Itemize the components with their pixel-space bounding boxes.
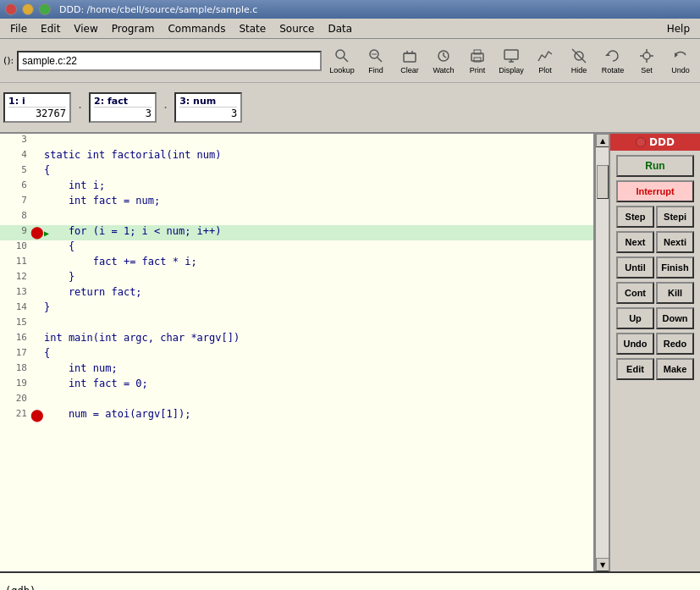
- ddd-row-step: Step Stepi: [613, 204, 697, 229]
- code-line-16: 16 int main(int argc, char *argv[]): [0, 332, 593, 347]
- expression-input[interactable]: [17, 51, 322, 71]
- menu-program[interactable]: Program: [105, 21, 162, 36]
- until-button[interactable]: Until: [616, 256, 654, 278]
- stepi-button[interactable]: Stepi: [656, 206, 694, 228]
- ddd-row-undoredo: Undo Redo: [613, 331, 697, 356]
- menu-state[interactable]: State: [232, 21, 273, 36]
- code-area[interactable]: 3 4 static int factorial(int num) 5 { 6 …: [0, 134, 595, 571]
- code-line-15: 15: [0, 317, 593, 332]
- watch-area: 1: i 32767 · 2: fact 3 · 3: num 3: [0, 83, 700, 134]
- ddd-row-cont: Cont Kill: [613, 280, 697, 306]
- svg-line-1: [344, 58, 348, 62]
- kill-button[interactable]: Kill: [656, 282, 694, 304]
- clear-button[interactable]: Clear: [394, 42, 426, 80]
- ddd-row-next: Next Nexti: [613, 229, 697, 255]
- redo-button[interactable]: Redo: [656, 333, 694, 355]
- title-bar: DDD: /home/cbell/source/sample/sample.c: [0, 0, 700, 19]
- edit-button[interactable]: Edit: [616, 358, 654, 380]
- set-button[interactable]: Set: [631, 42, 663, 80]
- code-line-20: 20: [0, 393, 593, 408]
- expression-label: ():: [3, 55, 14, 66]
- undo-ctrl-button[interactable]: Undo: [616, 333, 654, 355]
- toolbar: (): Lookup Find Clear Watch Print Displa…: [0, 39, 700, 83]
- expression-box: ():: [3, 51, 324, 71]
- svg-line-11: [444, 56, 446, 58]
- code-line-6: 6 int i;: [0, 179, 593, 195]
- code-line-4: 4 static int factorial(int num): [0, 149, 593, 164]
- window-title: DDD: /home/cbell/source/sample/sample.c: [59, 4, 257, 15]
- print-button[interactable]: Print: [461, 42, 493, 80]
- ddd-panel-title: DDD: [610, 134, 700, 151]
- next-button[interactable]: Next: [616, 231, 654, 253]
- menu-source[interactable]: Source: [273, 21, 321, 36]
- menu-help[interactable]: Help: [660, 21, 697, 36]
- ddd-row-editmake: Edit Make: [613, 356, 697, 382]
- svg-rect-15: [504, 50, 518, 59]
- down-button[interactable]: Down: [656, 307, 694, 329]
- nexti-button[interactable]: Nexti: [656, 231, 694, 253]
- watch-button[interactable]: Watch: [427, 42, 460, 80]
- minimize-button[interactable]: [22, 3, 34, 15]
- run-button[interactable]: Run: [616, 155, 694, 177]
- menu-file[interactable]: File: [3, 21, 34, 36]
- cont-button[interactable]: Cont: [616, 282, 654, 304]
- gdb-console[interactable]: (gdb): [0, 571, 700, 590]
- plot-button[interactable]: Plot: [529, 42, 561, 80]
- separator-2: ·: [163, 100, 168, 116]
- menu-view[interactable]: View: [67, 21, 104, 36]
- code-line-7: 7 int fact = num;: [0, 195, 593, 210]
- up-button[interactable]: Up: [616, 307, 654, 329]
- code-line-10: 10 {: [0, 240, 593, 256]
- menu-bar: File Edit View Program Commands State So…: [0, 19, 700, 39]
- watch-var-num[interactable]: 3: num 3: [174, 92, 242, 123]
- svg-point-21: [643, 52, 650, 59]
- ddd-row-until: Until Finish: [613, 255, 697, 280]
- separator-1: ·: [78, 100, 82, 116]
- ddd-row-run: Run: [613, 153, 697, 179]
- lookup-button[interactable]: Lookup: [326, 42, 358, 80]
- undo-button[interactable]: Undo: [664, 42, 697, 80]
- ddd-row-interrupt: Interrupt: [613, 179, 697, 204]
- code-line-5: 5 {: [0, 164, 593, 179]
- menu-commands[interactable]: Commands: [161, 21, 232, 36]
- code-line-11: 11 fact += fact * i;: [0, 256, 593, 271]
- finish-button[interactable]: Finish: [656, 256, 694, 278]
- code-line-9: 9 ⬤▶ for (i = 1; i < num; i++): [0, 225, 593, 240]
- code-line-19: 19 int fact = 0;: [0, 378, 593, 393]
- code-line-14: 14 }: [0, 301, 593, 317]
- step-button[interactable]: Step: [616, 206, 654, 228]
- scroll-thumb[interactable]: [597, 165, 609, 199]
- scroll-down-arrow[interactable]: ▼: [596, 558, 609, 571]
- watch-var-i[interactable]: 1: i 32767: [3, 92, 71, 123]
- gdb-prompt: (gdb): [5, 585, 36, 590]
- close-button[interactable]: [5, 3, 17, 15]
- code-line-13: 13 return fact;: [0, 286, 593, 301]
- ddd-row-updown: Up Down: [613, 306, 697, 331]
- find-button[interactable]: Find: [360, 42, 392, 80]
- main-area: 3 4 static int factorial(int num) 5 { 6 …: [0, 134, 700, 571]
- svg-line-3: [378, 58, 382, 62]
- svg-rect-5: [404, 53, 416, 62]
- code-scrollbar[interactable]: ▲ ▼: [595, 134, 609, 571]
- code-line-3: 3: [0, 134, 593, 149]
- code-line-12: 12 }: [0, 271, 593, 286]
- ddd-close-button[interactable]: [636, 137, 646, 147]
- code-line-18: 18 int num;: [0, 362, 593, 378]
- maximize-button[interactable]: [39, 3, 51, 15]
- watch-var-fact[interactable]: 2: fact 3: [89, 92, 157, 123]
- svg-point-0: [336, 50, 344, 58]
- code-line-21: 21 ⬤ num = atoi(argv[1]);: [0, 408, 593, 423]
- code-line-17: 17 {: [0, 347, 593, 362]
- svg-marker-20: [605, 53, 610, 56]
- make-button[interactable]: Make: [656, 358, 694, 380]
- menu-edit[interactable]: Edit: [34, 21, 67, 36]
- menu-data[interactable]: Data: [321, 21, 359, 36]
- code-line-8: 8: [0, 210, 593, 225]
- rotate-button[interactable]: Rotate: [597, 42, 629, 80]
- display-button[interactable]: Display: [495, 42, 527, 80]
- ddd-panel: DDD Run Interrupt Step Stepi Next Nexti …: [609, 134, 700, 571]
- interrupt-button[interactable]: Interrupt: [616, 180, 694, 202]
- scroll-up-arrow[interactable]: ▲: [596, 134, 609, 147]
- hide-button[interactable]: Hide: [563, 42, 595, 80]
